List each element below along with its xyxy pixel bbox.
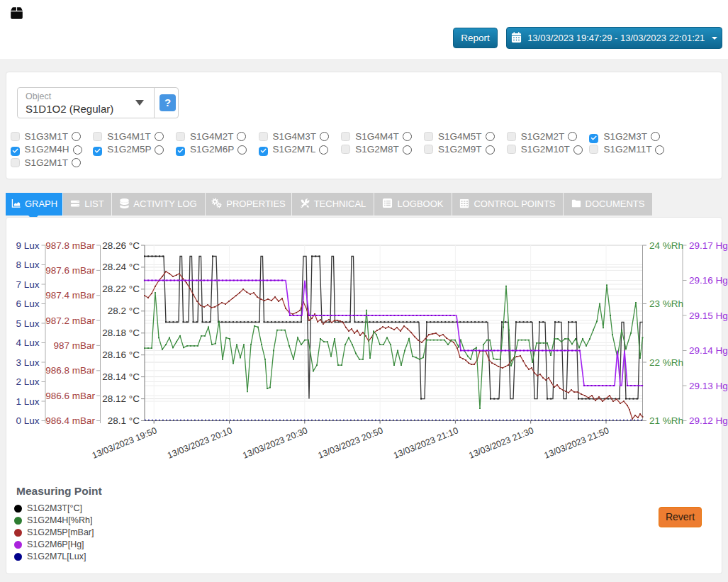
svg-text:28.14 °C: 28.14 °C	[102, 371, 140, 382]
svg-text:1 Lux: 1 Lux	[16, 396, 39, 407]
svg-text:6 Lux: 6 Lux	[16, 298, 39, 309]
svg-text:8 Lux: 8 Lux	[16, 259, 39, 270]
svg-text:28.26 °C: 28.26 °C	[102, 240, 140, 251]
svg-text:13/03/2023 21:10: 13/03/2023 21:10	[392, 425, 460, 460]
svg-text:986.8 mBar: 986.8 mBar	[45, 365, 95, 376]
svg-text:0 Lux: 0 Lux	[16, 415, 39, 426]
svg-text:4 Lux: 4 Lux	[16, 337, 39, 348]
svg-text:28.1 °C: 28.1 °C	[108, 415, 140, 426]
svg-text:29.13 Hg: 29.13 Hg	[689, 381, 728, 391]
svg-text:986.6 mBar: 986.6 mBar	[45, 391, 95, 401]
svg-text:28.24 °C: 28.24 °C	[102, 262, 140, 272]
svg-text:9 Lux: 9 Lux	[16, 240, 39, 251]
svg-text:7 Lux: 7 Lux	[16, 279, 39, 290]
svg-text:29.12 Hg: 29.12 Hg	[689, 415, 728, 426]
svg-text:5 Lux: 5 Lux	[16, 318, 39, 329]
svg-text:29.16 Hg: 29.16 Hg	[689, 275, 728, 286]
svg-text:13/03/2023 20:30: 13/03/2023 20:30	[241, 425, 309, 460]
svg-text:987.8 mBar: 987.8 mBar	[45, 240, 95, 251]
svg-text:24 %Rh: 24 %Rh	[649, 240, 683, 251]
svg-text:21 %Rh: 21 %Rh	[649, 415, 683, 426]
svg-text:2 Lux: 2 Lux	[16, 376, 39, 387]
svg-text:28.12 °C: 28.12 °C	[102, 393, 140, 404]
svg-text:22 %Rh: 22 %Rh	[649, 357, 683, 368]
svg-text:28.16 °C: 28.16 °C	[102, 349, 140, 360]
svg-text:29.14 Hg: 29.14 Hg	[689, 345, 728, 356]
svg-text:987 mBar: 987 mBar	[53, 340, 95, 351]
svg-text:29.17 Hg: 29.17 Hg	[689, 240, 728, 251]
svg-text:28.18 °C: 28.18 °C	[102, 328, 140, 338]
svg-text:987.2 mBar: 987.2 mBar	[45, 315, 95, 326]
svg-text:23 %Rh: 23 %Rh	[649, 298, 683, 309]
svg-text:987.6 mBar: 987.6 mBar	[45, 265, 95, 276]
svg-text:28.22 °C: 28.22 °C	[102, 284, 140, 294]
svg-text:13/03/2023 20:50: 13/03/2023 20:50	[317, 425, 385, 460]
svg-text:13/03/2023 19:50: 13/03/2023 19:50	[91, 425, 159, 460]
svg-text:986.4 mBar: 986.4 mBar	[45, 415, 95, 426]
svg-text:29.15 Hg: 29.15 Hg	[689, 310, 728, 321]
svg-text:28.2 °C: 28.2 °C	[108, 306, 140, 316]
svg-text:987.4 mBar: 987.4 mBar	[45, 290, 95, 301]
svg-text:13/03/2023 20:10: 13/03/2023 20:10	[166, 425, 234, 460]
svg-text:13/03/2023 21:30: 13/03/2023 21:30	[467, 425, 535, 460]
svg-text:13/03/2023 21:50: 13/03/2023 21:50	[543, 425, 611, 460]
svg-text:3 Lux: 3 Lux	[16, 357, 39, 368]
